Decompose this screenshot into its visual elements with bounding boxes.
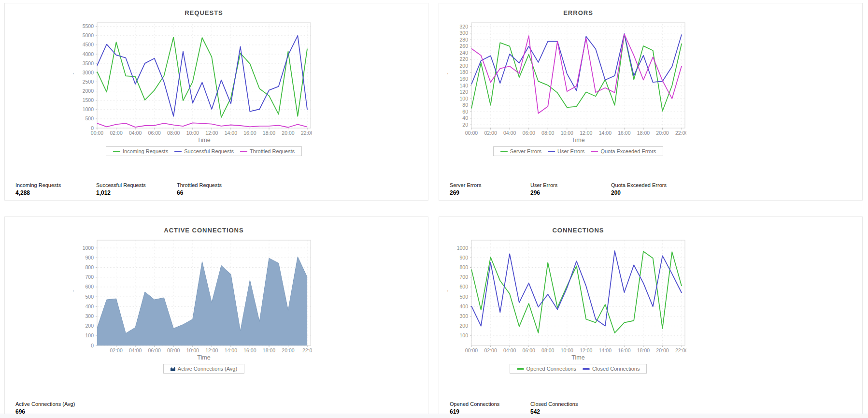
connections-chart-block: CONNECTIONS 1002003004005006007008009001… <box>445 227 686 374</box>
legend-item-active-connections-avg[interactable]: Active Connections (Avg) <box>171 366 237 372</box>
x-tick-label: 02:00 <box>484 347 497 353</box>
legend-swatch-closed-connections <box>583 368 590 370</box>
y-tick-label: 3500 <box>83 60 94 66</box>
y-tick-label: 160 <box>459 76 468 82</box>
stat-successful-requests: Successful Requests 1,012 <box>96 182 177 196</box>
x-tick-label: 10:00 <box>186 130 199 136</box>
x-tick-label: 08:00 <box>541 130 554 136</box>
stat-opened-connections: Opened Connections 619 <box>450 401 530 415</box>
stat-server-errors: Server Errors 269 <box>450 182 530 196</box>
x-tick-label: 18:00 <box>263 347 275 353</box>
area-active-connections-avg- <box>97 257 307 346</box>
y-tick-label: 500 <box>85 115 94 121</box>
y-tick-label: 180 <box>459 69 468 75</box>
requests-legend-row: Incoming Requests Successful Requests Th… <box>97 146 311 156</box>
x-axis-title: Time <box>571 354 584 361</box>
legend-label: Quota Exceeded Errors <box>600 148 656 154</box>
x-tick-label: 06:00 <box>523 130 535 136</box>
y-tick-label: 260 <box>459 43 468 49</box>
x-tick-label: 16:00 <box>618 130 630 136</box>
y-tick-label: 800 <box>459 264 468 270</box>
x-axis-title: Time <box>571 137 584 144</box>
legend-swatch-user-errors <box>548 151 555 152</box>
y-tick-label: 300 <box>85 313 94 319</box>
chart-title-errors: ERRORS <box>471 9 685 17</box>
requests-legend: Incoming Requests Successful Requests Th… <box>106 146 302 156</box>
y-tick-label: 200 <box>459 323 468 329</box>
legend-swatch-active-connections-avg <box>171 366 175 371</box>
active-connections-chart-block: ACTIVE CONNECTIONS 010020030040050060070… <box>71 227 312 374</box>
y-tick-label: 400 <box>459 303 468 309</box>
y-tick-label: 700 <box>459 274 468 280</box>
x-tick-label: 00:00 <box>91 130 103 136</box>
legend-item-successful-requests[interactable]: Successful Requests <box>174 148 234 154</box>
stat-value: 200 <box>611 189 692 196</box>
y-tick-label: 140 <box>459 83 468 88</box>
legend-label: Closed Connections <box>592 366 640 372</box>
legend-item-closed-connections[interactable]: Closed Connections <box>583 366 640 372</box>
stat-label: Active Connections (Avg) <box>15 401 96 407</box>
x-tick-label: 14:00 <box>599 347 612 353</box>
stat-throttled-requests: Throttled Requests 66 <box>177 182 257 196</box>
legend-item-opened-connections[interactable]: Opened Connections <box>517 366 576 372</box>
errors-panel: ERRORS 204060801001201401601802002202402… <box>439 3 863 201</box>
y-tick-label: 500 <box>459 294 468 300</box>
y-tick-label: 1000 <box>457 245 469 251</box>
legend-swatch-successful-requests <box>174 151 182 152</box>
y-tick-label: 240 <box>459 50 468 56</box>
legend-item-throttled-requests[interactable]: Throttled Requests <box>240 148 295 154</box>
y-tick-label: 300 <box>459 313 468 319</box>
y-tick-label: 5500 <box>83 23 94 29</box>
y-tick-label: 600 <box>85 284 94 289</box>
chart-title-requests: REQUESTS <box>97 9 311 17</box>
x-tick-label: 20:00 <box>282 347 294 353</box>
x-axis-title: Time <box>197 354 210 361</box>
legend-item-user-errors[interactable]: User Errors <box>548 148 584 154</box>
x-tick-label: 22:0 <box>302 347 312 353</box>
errors-legend-row: Server Errors User Errors Quota Exceeded… <box>471 146 685 156</box>
stat-label: Opened Connections <box>450 401 530 407</box>
y-tick-label: 100 <box>85 332 94 338</box>
legend-item-quota-exceeded-errors[interactable]: Quota Exceeded Errors <box>591 148 656 154</box>
y-tick-label: 1000 <box>83 245 94 251</box>
y-tick-label: 20 <box>462 122 468 128</box>
x-tick-label: 04:00 <box>129 130 142 136</box>
chart-title-active-connections: ACTIVE CONNECTIONS <box>97 227 311 234</box>
x-tick-label: 12:00 <box>580 130 592 136</box>
stat-label: Quota Exceeded Errors <box>611 182 692 188</box>
y-axis-mark: ' <box>73 290 74 295</box>
legend-swatch-throttled-requests <box>240 151 247 152</box>
y-axis-mark: ' <box>447 72 448 78</box>
active-connections-chart[interactable]: 0100200300400500600700800900100002:0004:… <box>71 235 312 363</box>
y-tick-label: 200 <box>459 63 468 69</box>
legend-label: Successful Requests <box>184 148 234 154</box>
stat-label: Closed Connections <box>530 401 611 407</box>
x-tick-label: 06:00 <box>148 347 161 353</box>
x-tick-label: 10:00 <box>186 347 199 353</box>
x-tick-label: 10:00 <box>561 130 573 136</box>
y-tick-label: 0 <box>91 343 94 348</box>
x-tick-label: 16:00 <box>243 347 256 353</box>
x-tick-label: 12:00 <box>205 130 218 136</box>
y-tick-label: 600 <box>459 284 468 289</box>
legend-item-server-errors[interactable]: Server Errors <box>500 148 541 154</box>
y-tick-label: 2500 <box>83 79 94 85</box>
connections-chart[interactable]: 100200300400500600700800900100000:0002:0… <box>445 235 686 363</box>
y-tick-label: 200 <box>85 323 94 329</box>
errors-chart[interactable]: 2040608010012014016018020022024026028030… <box>445 18 686 145</box>
series-incoming-requests <box>97 37 307 117</box>
active-connections-panel: ACTIVE CONNECTIONS 010020030040050060070… <box>4 216 428 418</box>
y-tick-label: 120 <box>459 89 468 95</box>
requests-chart[interactable]: 0500100015002000250030003500400045005000… <box>71 18 312 145</box>
legend-label: Incoming Requests <box>123 148 168 154</box>
connections-legend-row: Opened Connections Closed Connections <box>471 364 685 374</box>
y-tick-label: 400 <box>85 303 94 309</box>
legend-item-incoming-requests[interactable]: Incoming Requests <box>113 148 168 154</box>
x-tick-label: 02:00 <box>110 347 122 353</box>
x-tick-label: 14:00 <box>225 347 237 353</box>
stat-label: Successful Requests <box>96 182 177 188</box>
y-tick-label: 80 <box>462 102 468 108</box>
active-connections-legend-row: Active Connections (Avg) <box>97 364 311 374</box>
x-tick-label: 14:00 <box>225 130 237 136</box>
x-tick-label: 12:00 <box>580 347 592 353</box>
